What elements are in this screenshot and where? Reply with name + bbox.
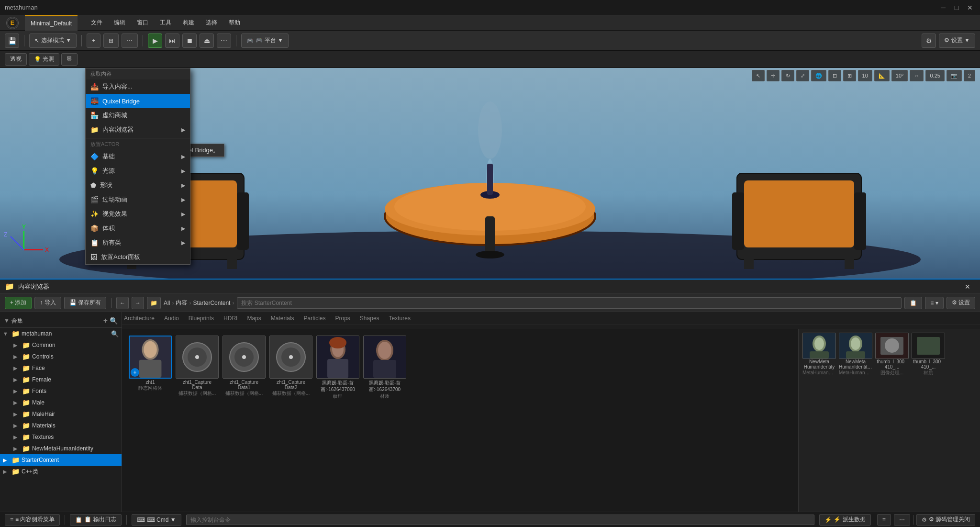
sidebar-item-materials[interactable]: ▶ 📁 Materials	[0, 420, 122, 431]
menu-item-import[interactable]: 📥 导入内容...	[86, 79, 190, 94]
translate-tool[interactable]: ✛	[767, 70, 780, 81]
menu-build[interactable]: 构建	[177, 15, 200, 31]
sidebar-item-fonts[interactable]: ▶ 📁 Fonts	[0, 385, 122, 397]
sidebar-search-btn[interactable]: 🔍	[111, 330, 119, 337]
pinned-thumb-meta1[interactable]	[802, 333, 836, 359]
asset-thumb-bf1[interactable]	[316, 336, 359, 379]
scale-tool[interactable]: ⤢	[796, 70, 809, 81]
more-play-options[interactable]: ⋯	[217, 34, 231, 48]
menu-tools[interactable]: 工具	[154, 15, 177, 31]
cat-hdri[interactable]: HDRI	[223, 315, 237, 322]
pinned-meta1[interactable]: NewMetaHumanIdentity MetaHuman本体	[802, 333, 836, 376]
sidebar-add-icon[interactable]: +	[103, 316, 108, 325]
asset-blackfemale2[interactable]: 黑裔媛-彩蛋-首画:-162643700 材质	[363, 336, 406, 400]
show-button[interactable]: 显	[61, 53, 78, 66]
search-input[interactable]	[237, 297, 902, 309]
sidebar-item-textures[interactable]: ▶ 📁 Textures	[0, 431, 122, 443]
select-tool[interactable]: ↖	[752, 70, 765, 81]
asset-thumb-zht1[interactable]: +	[129, 336, 172, 379]
sidebar-item-cpp[interactable]: ▶ 📁 C++类	[0, 466, 122, 477]
camera-icon[interactable]: 📷	[947, 70, 962, 81]
asset-capture2[interactable]: zht1_CaptureData2 捕获数据（网格...	[269, 336, 312, 400]
pinned-thumb1[interactable]	[875, 333, 909, 359]
pinned-meta2[interactable]: NewMetaHumanIdentity1 MetaHuman本体	[839, 333, 872, 376]
sidebar-item-malehair[interactable]: ▶ 📁 MaleHair	[0, 408, 122, 420]
import-button[interactable]: ↑ 导入	[34, 297, 61, 309]
sidebar-item-newmeta[interactable]: ▶ 📁 NewMetaHumanIdentity	[0, 443, 122, 454]
pinned-thumb2[interactable]	[912, 333, 945, 359]
menu-item-marketplace[interactable]: 🏪 虚幻商城	[86, 108, 190, 123]
asset-thumb-capture[interactable]	[176, 336, 219, 379]
cat-props[interactable]: Props	[335, 315, 350, 322]
stop-button[interactable]: ⏹	[182, 34, 197, 48]
sidebar-item-male[interactable]: ▶ 📁 Male	[0, 397, 122, 408]
close-button[interactable]: ✕	[965, 2, 975, 13]
icon-btn-1[interactable]: ≡	[877, 514, 891, 526]
menu-item-basic[interactable]: 🔷 基础 ▶	[86, 149, 190, 164]
cb-settings-button[interactable]: ⚙ 设置	[947, 297, 975, 309]
output-log-btn[interactable]: 📋 📋 输出日志	[70, 514, 121, 526]
asset-thumb-capture2[interactable]	[269, 336, 312, 379]
maximize-button[interactable]: □	[951, 2, 962, 13]
sidebar-item-common[interactable]: ▶ 📁 Common	[0, 339, 122, 351]
angle-snap[interactable]: 📐	[874, 70, 890, 81]
left-sidebar-btn[interactable]: ≡ ≡ 内容侧滑菜单	[5, 514, 60, 526]
sidebar-search-icon[interactable]: 🔍	[110, 317, 118, 325]
project-tab[interactable]: Minimal_Default	[31, 20, 72, 27]
grid-size[interactable]: 10	[858, 70, 872, 81]
menu-item-vfx[interactable]: ✨ 视觉效果 ▶	[86, 207, 190, 221]
source-control-btn[interactable]: ⚙ ⚙ 源码管理关闭	[916, 514, 975, 526]
asset-capture1[interactable]: zht1_CaptureData1 捕获数据（网格...	[223, 336, 266, 400]
menu-item-browser[interactable]: 📁 内容浏览器 ▶	[86, 123, 190, 137]
save-button[interactable]: 💾	[5, 34, 19, 48]
bc-content[interactable]: 内容	[176, 299, 187, 307]
bc-startercontent[interactable]: StarterContent	[193, 300, 230, 306]
scale-snap[interactable]: ↔	[910, 70, 924, 81]
pinned-thumb1-item[interactable]: thumb_l_300_410_... 图像处理...	[875, 333, 909, 376]
eject-button[interactable]: ⏏	[200, 34, 214, 48]
asset-zht1[interactable]: + zht1 静态网格体	[129, 336, 172, 400]
asset-add-icon[interactable]: +	[131, 368, 139, 377]
console-input[interactable]	[186, 515, 815, 525]
select-mode-button[interactable]: ↖ 选择模式 ▼	[29, 34, 77, 48]
cat-particles[interactable]: Particles	[303, 315, 325, 322]
icon-btn-2[interactable]: ⋯	[894, 514, 910, 526]
add-button[interactable]: +	[87, 34, 100, 48]
asset-thumb-bf2[interactable]	[363, 336, 406, 379]
pinned-thumb-meta2[interactable]	[839, 333, 872, 359]
minimize-button[interactable]: ─	[938, 2, 948, 13]
platform-button[interactable]: 🎮 🎮 平台 ▼	[241, 34, 289, 48]
menu-window[interactable]: 窗口	[131, 15, 154, 31]
nav-up[interactable]: 📁	[147, 297, 161, 309]
menu-item-all[interactable]: 📋 所有类 ▶	[86, 235, 190, 250]
cat-maps[interactable]: Maps	[247, 315, 261, 322]
menu-item-shape[interactable]: ⬟ 形状 ▶	[86, 178, 190, 192]
add-button[interactable]: + 添加	[5, 297, 32, 309]
scale-value[interactable]: 0.25	[925, 70, 944, 81]
derive-data-btn[interactable]: ⚡ ⚡ 派生数据	[819, 514, 870, 526]
perspective-button[interactable]: 透视	[5, 53, 27, 66]
grid-toggle[interactable]: ⊞	[843, 70, 856, 81]
sidebar-item-startercontent[interactable]: ▶ 📁 StarterContent	[0, 454, 122, 466]
menu-item-volume[interactable]: 📦 体积 ▶	[86, 221, 190, 235]
rotate-tool[interactable]: ↻	[781, 70, 794, 81]
camera-value[interactable]: 2	[964, 70, 975, 81]
sidebar-item-controls[interactable]: ▶ 📁 Controls	[0, 351, 122, 362]
nav-back[interactable]: ←	[116, 297, 129, 309]
filter-button[interactable]: 📋	[904, 297, 922, 309]
nav-fwd[interactable]: →	[132, 297, 144, 309]
bc-all[interactable]: All	[164, 300, 170, 306]
angle-value[interactable]: 10°	[891, 70, 908, 81]
play-button[interactable]: ▶	[148, 34, 162, 48]
cat-shapes[interactable]: Shapes	[360, 315, 379, 322]
menu-file[interactable]: 文件	[85, 15, 108, 31]
lighting-button[interactable]: 💡 光照	[29, 53, 59, 66]
settings-button[interactable]: ⚙ 设置 ▼	[939, 34, 975, 48]
asset-blackfemale1[interactable]: 黑裔媛-彩蛋-首画:-1626437060 纹理	[316, 336, 359, 400]
grid-snap-button[interactable]: ⊞	[103, 34, 119, 48]
asset-capture[interactable]: zht1_CaptureData 捕获数据（网格...	[176, 336, 219, 400]
menu-select[interactable]: 选择	[200, 15, 223, 31]
local-space-toggle[interactable]: 🌐	[811, 70, 826, 81]
cat-architecture[interactable]: Architecture	[124, 315, 155, 322]
asset-thumb-capture1[interactable]	[223, 336, 266, 379]
